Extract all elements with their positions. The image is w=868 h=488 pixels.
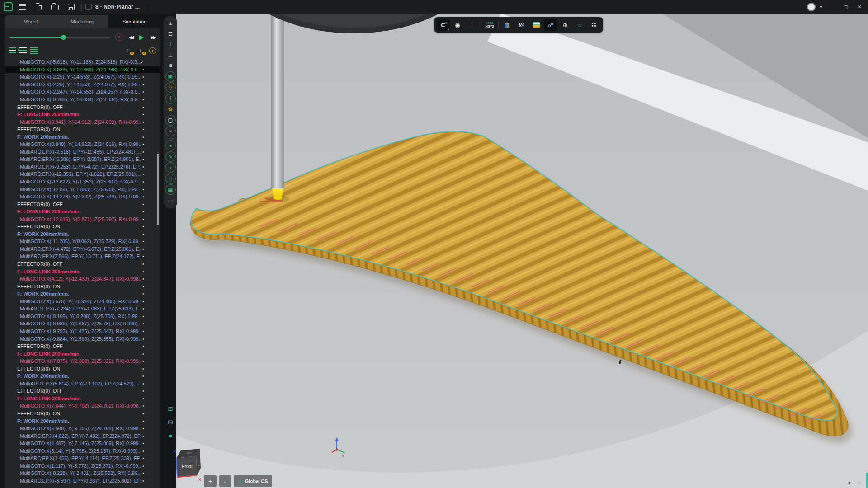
open-file-button[interactable] (48, 0, 61, 14)
gcode-row[interactable]: MultiARC:EP.X(5.614), EP.Y(-11.102), EP.… (5, 380, 160, 388)
show-part-icon[interactable]: ◗ (165, 162, 176, 173)
gcode-row[interactable]: EFFECTOR(0) :ON• (5, 223, 160, 230)
view-cube[interactable]: Front Top Z X ✦ (172, 447, 204, 482)
gcode-row[interactable]: F: WORK 200mm/min.• (5, 372, 160, 380)
fit-view-icon[interactable]: ⊡ (165, 404, 175, 413)
speed-icon[interactable]: ➤ (845, 479, 853, 487)
stock-icon[interactable]: ■ (165, 61, 175, 70)
stop-button[interactable]: ✕ (114, 32, 124, 42)
gcode-row[interactable]: MultiARC:EP.X(-12.351), EP.Y(-1.622), EP… (5, 170, 160, 178)
show-printhead-icon[interactable]: ▣ (165, 71, 176, 82)
save-file-button[interactable] (64, 0, 78, 14)
gcode-row[interactable]: MultiGOTO:X(4.12), Y(-12.439), Z(24.347)… (5, 275, 160, 283)
gcode-row[interactable]: MultiGOTO:X(-8.109), Y(-0.208), Z(25.706… (5, 313, 160, 320)
gcode-row[interactable]: MultiGOTO:X(-9.884), Y(1.569), Z(25.855)… (5, 335, 160, 343)
gcode-row[interactable]: F: LONG LINK 200mm/min.• (5, 208, 160, 216)
prev-issue-button[interactable]: ↑0 (125, 47, 134, 56)
comments-icon[interactable]: ▭ (165, 196, 175, 206)
gcode-row[interactable]: MultiARC:EP.X(4.822), EP.Y(-7.482), EP.Z… (5, 432, 160, 440)
gcode-row[interactable]: MultiGOTO:X(3.678), Y(-11.994), Z(24.408… (5, 298, 160, 305)
caliper-icon[interactable]: ⊺ (465, 19, 479, 31)
gcode-row[interactable]: MultiGOTO:X(-8.986), Y(0.667), Z(25.78),… (5, 320, 160, 328)
show-shell-icon[interactable]: ▯ (165, 174, 176, 184)
gcode-row[interactable]: MultiGOTO:X(-9.793), Y(1.476), Z(25.847)… (5, 328, 160, 335)
snap-magnet-icon[interactable]: C (436, 19, 450, 31)
gcode-row[interactable]: MultiARC:EP.X(-7.234), EP.Y(-1.083), EP.… (5, 305, 160, 313)
gcode-row[interactable]: EFFECTOR(0) :OFF• (5, 200, 160, 208)
gcode-row[interactable]: MultiARC:EP.X(2.566), EP.Y(-13.711), EP.… (5, 253, 160, 260)
gcode-row[interactable]: MultiGOTO:X(7.044), Y(-9.702), Z(24.702)… (5, 402, 160, 410)
simulation-progress-slider[interactable] (10, 37, 110, 38)
panel-scrollbar[interactable] (157, 154, 159, 225)
show-axes-icon[interactable]: ✶ (165, 126, 176, 136)
gcode-row[interactable]: MultiGOTO:X(-12.89), Y(-1.083), Z(25.633… (5, 185, 160, 193)
gcode-row[interactable]: MultiGOTO:X(-12.622), Y(-1.352), Z(25.60… (5, 178, 160, 186)
gcode-row[interactable]: MultiGOTO:X(0.848), Y(-14.822), Z(24.016… (5, 141, 160, 148)
gcode-row[interactable]: EFFECTOR(0) :OFF• (5, 260, 160, 268)
gcode-row[interactable]: MultiARC:EP.X(-9.253), EP.Y(-4.72), EP.Z… (5, 163, 160, 171)
tab-machining[interactable]: Machining (57, 15, 108, 28)
minimize-button[interactable]: ─ (826, 0, 838, 14)
fast-forward-button[interactable]: ▶▶ (148, 32, 158, 42)
printhead-active-icon[interactable]: ⊥ (165, 50, 175, 60)
apps-grid-icon[interactable]: ∷ (587, 19, 601, 31)
rewind-button[interactable]: ◀◀ (126, 32, 136, 42)
user-avatar[interactable] (807, 3, 816, 11)
gcode-row[interactable]: MultiGOTO:X(4.487), Y(-7.146), Z(25.009)… (5, 440, 160, 447)
user-menu-chevron[interactable]: ▾ (817, 0, 825, 14)
gcode-row[interactable]: F: LONG LINK 200mm/min.• (5, 350, 160, 357)
close-button[interactable]: ✕ (854, 0, 865, 14)
gcode-row[interactable]: EFFECTOR(0) :ON• (5, 410, 160, 418)
play-button[interactable]: ▶ (137, 32, 146, 42)
show-grid-icon[interactable]: ▦ (165, 184, 176, 195)
gcode-row[interactable]: MultiARC:EP.X(-3.597), EP.Y(0.937), EP.Z… (5, 477, 160, 485)
tab-model[interactable]: Model (5, 15, 57, 28)
gcode-row[interactable]: MultiGOTO:X(1.117), Y(-3.778), Z(25.371)… (5, 462, 160, 470)
collapse-panel-icon[interactable]: ▴ (165, 18, 175, 28)
gcode-row[interactable]: EFFECTOR(0) :ON• (5, 126, 160, 133)
print-preview-icon[interactable]: ⊟ (165, 417, 175, 427)
origin-target-icon[interactable]: ⊕ (558, 19, 572, 31)
gcode-row[interactable]: EFFECTOR(0) :ON• (5, 282, 160, 290)
gcode-row[interactable]: F: WORK 200mm/min.• (5, 417, 160, 425)
gcode-row[interactable]: F: WORK 200mm/min.• (5, 230, 160, 238)
gcode-row[interactable]: F: WORK 200mm/min.• (5, 133, 160, 141)
gcode-row[interactable]: MultiGOTO:X(-3.933), Y(-12.869), Z(24.28… (5, 66, 160, 74)
gcode-row[interactable]: MultiGOTO:X(-12.016), Y(0.871), Z(25.797… (5, 215, 160, 223)
app-logo-icon[interactable] (4, 2, 13, 11)
cs-dropdown-button[interactable]: ⌄ (219, 475, 231, 487)
show-robot-icon[interactable]: ⚙ (165, 104, 175, 114)
gcode-row[interactable]: MultiGOTO:X(6.508), Y(-9.166), Z(24.768)… (5, 425, 160, 432)
show-nozzle-icon[interactable]: ▽ (165, 82, 176, 93)
follow-current-line-button[interactable] (19, 47, 28, 56)
stock-view-icon[interactable]: ■ (165, 431, 175, 441)
gcode-row[interactable]: EFFECTOR(0) :ON• (5, 365, 160, 372)
printer-icon[interactable]: ⊟ (165, 29, 175, 39)
next-issue-button[interactable]: ↓0 (137, 47, 146, 56)
gcode-row[interactable]: MultiGOTO:X(-2.247), Y(-14.553), Z(24.05… (5, 88, 160, 96)
global-cs-button[interactable]: Global CS (234, 475, 272, 487)
zoom-scrollbar-thumb[interactable] (866, 473, 868, 488)
gcode-row[interactable]: MultiARC:EP.X(-4.472), EP.Y(-6.673), EP.… (5, 245, 160, 253)
gcode-row[interactable]: EFFECTOR(0) :OFF• (5, 387, 160, 395)
main-menu-button[interactable] (15, 0, 29, 14)
trace-points-icon[interactable]: ☍ (544, 19, 557, 31)
variables-icon[interactable]: VA (515, 19, 528, 31)
show-toolpath-icon[interactable]: ∿ (165, 151, 176, 162)
viewport-3d[interactable]: N (176, 14, 868, 488)
machine-panel-icon[interactable]: ▦ (500, 19, 514, 31)
gcode-row[interactable]: MultiARC:EP.X(-5.886), EP.Y(-8.087), EP.… (5, 155, 160, 163)
warnings-button[interactable]: ! (149, 47, 158, 56)
gcode-row[interactable]: MultiARC:EP.X(1.455), EP.Y(-4.114), EP.Z… (5, 455, 160, 462)
new-file-button[interactable] (32, 0, 45, 14)
gcode-row[interactable]: MultiGOTO:X(-11.205), Y(0.062), Z(25.729… (5, 238, 160, 245)
gcode-row[interactable]: MultiGOTO:X(0.941), Y(-14.912), Z(24.003… (5, 118, 160, 126)
add-cs-button[interactable]: + (204, 475, 217, 487)
gcode-row[interactable]: MultiGOTO:X(-0.228), Y(-2.431), Z(25.502… (5, 469, 160, 477)
gcode-row[interactable]: MultiGOTO:X(-7.875), Y(2.388), Z(25.922)… (5, 357, 160, 365)
slider-knob[interactable] (61, 35, 66, 40)
gcode-row[interactable]: MultiGOTO:X(-2.25), Y(-14.553), Z(24.057… (5, 81, 160, 89)
gcode-row[interactable]: MultiGOTO:X(-14.273), Y(0.302), Z(25.749… (5, 193, 160, 201)
feed-override-icon[interactable]: +100NGT2 (483, 19, 496, 31)
display-settings-icon[interactable]: ☰ (573, 19, 586, 31)
